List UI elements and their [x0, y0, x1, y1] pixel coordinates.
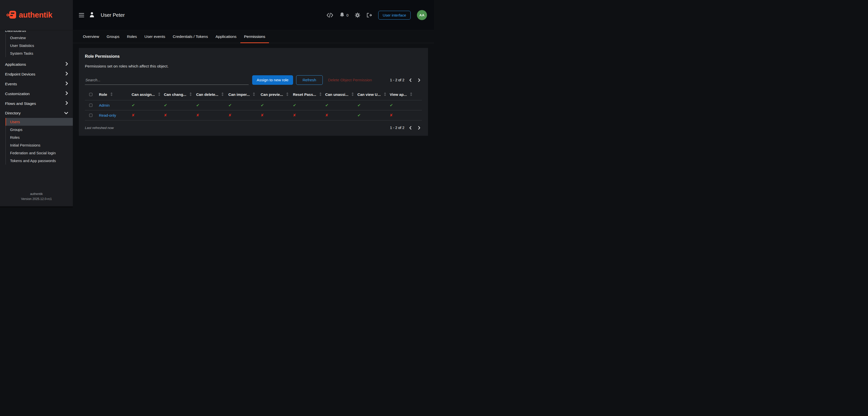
- tab-user-events[interactable]: User events: [141, 30, 169, 43]
- column-header-reset-pass[interactable]: Reset Pass...: [293, 89, 325, 100]
- check-icon: ✔: [261, 103, 264, 107]
- sort-icon[interactable]: [319, 92, 322, 97]
- sidebar-item-label: Groups: [10, 128, 22, 132]
- authentik-logo-icon: [6, 10, 17, 20]
- tab-permissions[interactable]: Permissions: [240, 30, 269, 43]
- column-header-can-previe[interactable]: Can previe...: [261, 89, 293, 100]
- content: Role Permissions Permissions set on role…: [73, 43, 434, 208]
- app-window: authentik DashboardsOverviewUser Statist…: [0, 0, 434, 208]
- footer-pagination: 1 - 2 of 2: [390, 126, 422, 130]
- card-title: Role Permissions: [85, 54, 422, 59]
- sort-icon[interactable]: [410, 92, 412, 97]
- code-icon[interactable]: [327, 13, 333, 18]
- tab-credentials-tokens[interactable]: Credentials / Tokens: [169, 30, 212, 43]
- pagination-range: 1 - 2 of 2: [390, 126, 404, 130]
- sort-icon[interactable]: [253, 92, 255, 97]
- pagination-next-button[interactable]: [416, 78, 422, 82]
- column-header-can-view-u[interactable]: Can view U...: [358, 89, 390, 100]
- chevron-down-icon: [64, 111, 68, 115]
- column-label: Can unassi...: [325, 92, 349, 97]
- masthead: User Peter 0 User interface: [73, 0, 434, 30]
- column-header-can-assign[interactable]: Can assign...: [132, 89, 164, 100]
- sidebar-item-label: System Tasks: [10, 51, 33, 56]
- sidebar-item-label: Initial Permissions: [10, 143, 40, 147]
- sort-icon[interactable]: [158, 92, 160, 97]
- x-icon: ✘: [164, 113, 167, 117]
- pagination-range: 1 - 2 of 2: [390, 78, 404, 82]
- tab-roles[interactable]: Roles: [123, 30, 141, 43]
- sidebar-item-flows-and-stages[interactable]: Flows and Stages: [0, 99, 73, 108]
- pagination-prev-button[interactable]: [408, 78, 413, 82]
- column-label: View ap...: [390, 92, 407, 97]
- delete-object-permission-button: Delete Object Permission: [328, 78, 372, 82]
- sidebar-footer-brand: authentik: [0, 192, 73, 197]
- role-link[interactable]: Read-only: [99, 113, 116, 117]
- search-input[interactable]: [85, 75, 249, 85]
- bell-icon: [340, 12, 345, 18]
- assign-to-new-role-button[interactable]: Assign to new role: [252, 75, 293, 85]
- avatar[interactable]: AA: [417, 10, 427, 20]
- sidebar-item-events[interactable]: Events: [0, 79, 73, 89]
- sort-icon[interactable]: [110, 92, 113, 97]
- tabs: OverviewGroupsRolesUser eventsCredential…: [73, 30, 434, 43]
- table-body: Admin✔✔✔✔✔✔✔✔✔Read-only✘✘✘✘✘✘✘✔✘: [85, 100, 422, 120]
- tab-groups[interactable]: Groups: [103, 30, 123, 43]
- row-checkbox[interactable]: [89, 104, 92, 107]
- refresh-button[interactable]: Refresh: [296, 75, 323, 85]
- select-all-checkbox[interactable]: [89, 93, 92, 96]
- sidebar-item-directory[interactable]: Directory: [0, 108, 73, 118]
- sidebar-item-label: Events: [5, 82, 17, 86]
- chevron-right-icon: [65, 62, 68, 67]
- sidebar-item-tokens-and-app-passwords[interactable]: Tokens and App passwords: [5, 157, 73, 165]
- column-header-role[interactable]: Role: [96, 89, 132, 100]
- sidebar-item-roles[interactable]: Roles: [5, 134, 73, 141]
- table-header-row: RoleCan assign...Can chang...Can delete.…: [85, 89, 422, 100]
- check-icon: ✔: [325, 103, 329, 107]
- sort-icon[interactable]: [221, 92, 224, 97]
- row-checkbox[interactable]: [89, 114, 92, 117]
- sidebar-item-applications[interactable]: Applications: [0, 60, 73, 69]
- column-header-can-unassi[interactable]: Can unassi...: [325, 89, 358, 100]
- check-icon: ✔: [164, 103, 167, 107]
- sidebar-footer: authentik Version 2025.12.0-rc1: [0, 189, 73, 208]
- sidebar-item-label: Tokens and App passwords: [10, 159, 56, 163]
- masthead-left: User Peter: [79, 12, 125, 19]
- sidebar-item-federation-and-social-login[interactable]: Federation and Social login: [5, 149, 73, 157]
- table-row-read-only: Read-only✘✘✘✘✘✘✘✔✘: [85, 110, 422, 120]
- check-icon: ✔: [358, 113, 361, 117]
- user-interface-button[interactable]: User interface: [378, 11, 411, 20]
- x-icon: ✘: [228, 113, 231, 117]
- column-header-can-delete[interactable]: Can delete...: [196, 89, 228, 100]
- x-icon: ✘: [196, 113, 199, 117]
- column-label: Reset Pass...: [293, 92, 316, 97]
- sidebar-item-users[interactable]: Users: [5, 118, 73, 126]
- sort-icon[interactable]: [189, 92, 192, 97]
- sidebar-item-groups[interactable]: Groups: [5, 126, 73, 134]
- pagination-prev-button[interactable]: [408, 126, 413, 130]
- sidebar-item-initial-permissions[interactable]: Initial Permissions: [5, 141, 73, 149]
- gear-icon[interactable]: [355, 12, 360, 18]
- sidebar-item-customization[interactable]: Customization: [0, 89, 73, 99]
- column-header-can-imper[interactable]: Can imper...: [228, 89, 260, 100]
- sidebar-item-label: Roles: [10, 135, 20, 139]
- sidebar-item-system-tasks[interactable]: System Tasks: [5, 49, 73, 57]
- sign-out-icon[interactable]: [366, 13, 372, 18]
- sidebar-item-label: Applications: [5, 62, 26, 67]
- sidebar-item-label: User Statistics: [10, 43, 34, 48]
- sort-icon[interactable]: [286, 92, 288, 97]
- sidebar-item-user-statistics[interactable]: User Statistics: [5, 42, 73, 49]
- column-header-view-ap[interactable]: View ap...: [390, 89, 422, 100]
- tab-applications[interactable]: Applications: [212, 30, 240, 43]
- sort-icon[interactable]: [384, 92, 386, 97]
- column-header-can-chang[interactable]: Can chang...: [164, 89, 196, 100]
- sidebar-item-endpoint-devices[interactable]: Endpoint Devices: [0, 69, 73, 79]
- hamburger-icon[interactable]: [79, 13, 84, 17]
- sidebar-item-overview[interactable]: Overview: [5, 34, 73, 42]
- notifications-button[interactable]: 0: [340, 12, 348, 18]
- pagination-next-button[interactable]: [416, 126, 422, 130]
- tab-overview[interactable]: Overview: [79, 30, 103, 43]
- sidebar-item-dashboards[interactable]: Dashboards: [0, 31, 73, 34]
- sidebar-item-label: Directory: [5, 111, 21, 115]
- role-link[interactable]: Admin: [99, 103, 110, 107]
- sort-icon[interactable]: [351, 92, 354, 97]
